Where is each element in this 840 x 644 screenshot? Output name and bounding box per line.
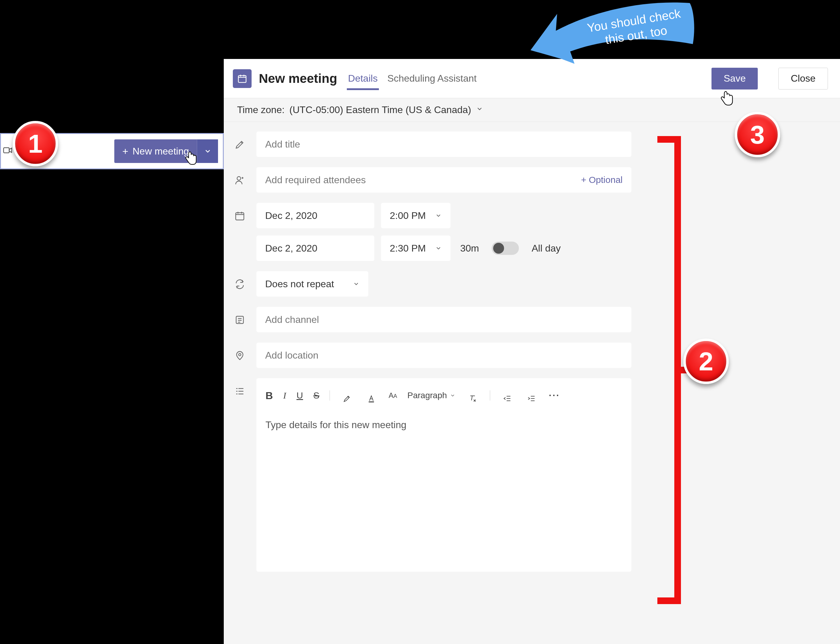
- annotation-step-2: 2: [683, 338, 729, 384]
- description-icon: [233, 384, 247, 398]
- dialog-title: New meeting: [259, 71, 337, 86]
- indent-button[interactable]: [524, 391, 539, 406]
- location-input[interactable]: Add location: [256, 343, 631, 368]
- italic-button[interactable]: I: [283, 390, 286, 401]
- underline-button[interactable]: U: [297, 390, 303, 401]
- duration-label: 30m: [460, 243, 479, 254]
- svg-point-5: [238, 353, 241, 356]
- optional-attendees-link[interactable]: + Optional: [581, 175, 623, 185]
- calendar-app-icon: [233, 69, 252, 88]
- location-icon: [233, 348, 247, 363]
- svg-rect-1: [238, 76, 246, 82]
- recurrence-select[interactable]: Does not repeat: [256, 271, 368, 297]
- attendees-placeholder: Add required attendees: [265, 174, 366, 186]
- clear-formatting-button[interactable]: [466, 391, 480, 406]
- svg-rect-3: [236, 213, 244, 220]
- annotation-callout: You should check this out, too: [511, 0, 699, 67]
- all-day-label: All day: [532, 243, 561, 254]
- new-meeting-button[interactable]: + New meeting: [114, 140, 218, 163]
- annotation-step-1: 1: [13, 121, 58, 166]
- plus-icon: +: [122, 145, 128, 157]
- svg-rect-0: [3, 148, 9, 153]
- channel-icon: [233, 313, 247, 327]
- description-placeholder: Type details for this new meeting: [265, 419, 622, 430]
- meeting-form: Add title Add required attendees + Optio…: [224, 122, 840, 572]
- dialog-header: New meeting Details Scheduling Assistant…: [224, 59, 840, 98]
- editor-toolbar: B I U S AA Paragraph: [265, 386, 622, 406]
- start-date-input[interactable]: Dec 2, 2020: [256, 203, 374, 228]
- font-size-button[interactable]: AA: [388, 391, 397, 400]
- attendees-icon: [233, 173, 247, 187]
- strike-button[interactable]: S: [313, 390, 319, 401]
- pencil-icon: [233, 138, 247, 151]
- timezone-value: (UTC-05:00) Eastern Time (US & Canada): [289, 104, 471, 115]
- chevron-down-icon: [476, 105, 483, 115]
- new-meeting-button-label: New meeting: [132, 146, 189, 157]
- attendees-input[interactable]: Add required attendees + Optional: [256, 167, 631, 192]
- all-day-toggle[interactable]: [492, 242, 519, 255]
- font-color-button[interactable]: [364, 391, 378, 406]
- repeat-icon: [233, 277, 247, 291]
- end-time-input[interactable]: 2:30 PM: [381, 235, 450, 261]
- title-input[interactable]: Add title: [256, 131, 631, 157]
- annotation-callout-text: You should check this out, too: [576, 5, 694, 51]
- annotation-bracket: [658, 136, 685, 604]
- calendar-icon: [233, 209, 247, 223]
- description-editor[interactable]: B I U S AA Paragraph: [256, 378, 631, 572]
- timezone-label: Time zone:: [237, 104, 284, 115]
- channel-input[interactable]: Add channel: [256, 307, 631, 332]
- annotation-step-3: 3: [735, 112, 780, 157]
- tab-details[interactable]: Details: [347, 67, 379, 90]
- highlight-button[interactable]: [340, 391, 354, 406]
- new-meeting-dropdown[interactable]: [197, 140, 218, 163]
- close-button[interactable]: Close: [778, 68, 828, 89]
- more-formatting-button[interactable]: ···: [549, 390, 560, 401]
- tab-scheduling-assistant[interactable]: Scheduling Assistant: [386, 67, 478, 90]
- svg-point-2: [237, 177, 241, 180]
- outdent-button[interactable]: [500, 391, 515, 406]
- bold-button[interactable]: B: [265, 390, 273, 401]
- paragraph-style-select[interactable]: Paragraph: [407, 391, 455, 400]
- start-time-input[interactable]: 2:00 PM: [381, 203, 450, 228]
- end-date-input[interactable]: Dec 2, 2020: [256, 235, 374, 261]
- save-button[interactable]: Save: [712, 68, 758, 89]
